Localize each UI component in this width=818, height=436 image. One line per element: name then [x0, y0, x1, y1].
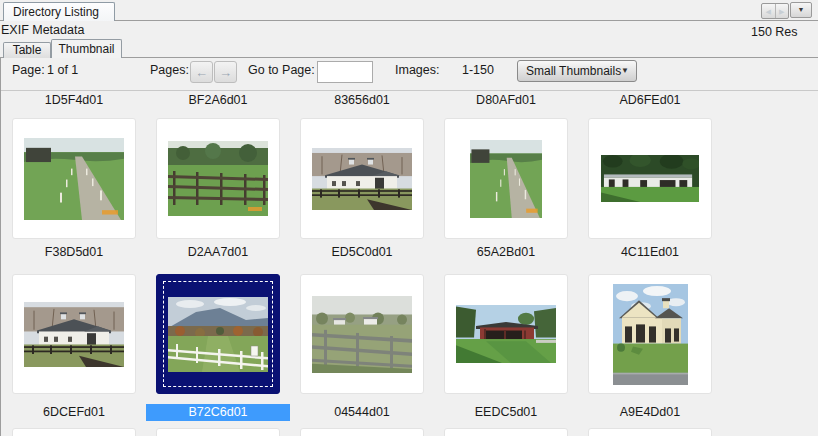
thumbnail-card[interactable] — [12, 428, 136, 436]
toolbar-divider — [1, 90, 818, 91]
chevron-down-icon: ▼ — [621, 61, 629, 81]
images-range: 1-150 — [462, 63, 494, 77]
thumbnail-photo — [613, 284, 688, 385]
tab-thumbnail[interactable]: Thumbnail — [51, 39, 122, 58]
page-label: Page: — [12, 63, 45, 77]
thumbnail-photo — [456, 305, 556, 363]
thumbnail-label[interactable]: ED5C0d01 — [290, 244, 434, 261]
thumbnail-photo — [601, 155, 699, 202]
thumbnail-label[interactable]: D2AA7d01 — [146, 244, 290, 261]
thumbnail-card[interactable] — [12, 274, 136, 394]
thumbnail-photo — [312, 296, 412, 373]
thumbnail-photo — [312, 148, 412, 210]
thumbnail-label[interactable]: 04544d01 — [290, 404, 434, 421]
goto-page-input[interactable] — [317, 61, 373, 83]
images-label: Images: — [395, 63, 439, 77]
tab-scroll-buttons: ◀ ▶ — [761, 3, 789, 19]
tab-directory-listing[interactable]: Directory Listing — [3, 2, 115, 21]
thumbnail-label[interactable]: D80AFd01 — [434, 92, 578, 109]
thumbnail-photo — [24, 302, 124, 367]
tab-scroll-right-button[interactable]: ▶ — [776, 4, 789, 18]
next-page-button[interactable]: → — [214, 61, 237, 83]
thumbnail-card[interactable] — [444, 274, 568, 394]
tab-table[interactable]: Table — [3, 42, 51, 58]
thumbnail-label[interactable]: AD6FEd01 — [578, 92, 722, 109]
tab-strip-divider — [0, 20, 818, 21]
thumbnail-label[interactable]: 83656d01 — [290, 92, 434, 109]
thumbnail-card[interactable] — [588, 118, 712, 239]
thumbnail-card[interactable] — [156, 428, 280, 436]
thumbnail-size-value: Small Thumbnails — [526, 64, 621, 78]
left-arrow-icon: ← — [195, 65, 208, 80]
thumbnail-card-selected[interactable] — [156, 274, 280, 394]
thumbnail-label[interactable]: EEDC5d01 — [434, 404, 578, 421]
thumbnail-card[interactable] — [12, 118, 136, 239]
thumbnail-card[interactable] — [588, 428, 712, 436]
thumbnail-card[interactable] — [588, 274, 712, 394]
page-value: 1 of 1 — [47, 63, 78, 77]
thumbnail-photo — [24, 138, 124, 220]
goto-page-label: Go to Page: — [248, 63, 315, 77]
results-count: 150 Res — [751, 25, 798, 39]
tab-directory-listing-label: Directory Listing — [13, 5, 99, 19]
thumbnail-photo — [470, 140, 542, 218]
thumbnail-label[interactable]: 65A2Bd01 — [434, 244, 578, 261]
right-arrow-icon: → — [219, 65, 232, 80]
thumbnail-size-dropdown[interactable]: Small Thumbnails ▼ — [517, 60, 637, 82]
thumbnail-label[interactable]: A9E4Dd01 — [578, 404, 722, 421]
thumbnail-card[interactable] — [300, 274, 424, 394]
thumbnail-label[interactable]: 6DCEFd01 — [2, 404, 146, 421]
thumbnail-label-selected[interactable]: B72C6d01 — [146, 404, 290, 421]
thumbnail-card[interactable] — [444, 118, 568, 239]
tab-scroll-left-button[interactable]: ◀ — [762, 4, 776, 18]
chevron-down-icon: ▼ — [798, 6, 805, 13]
thumbnail-label[interactable]: F38D5d01 — [2, 244, 146, 261]
thumbnail-card[interactable] — [444, 428, 568, 436]
thumbnail-card[interactable] — [300, 118, 424, 239]
pages-label: Pages: — [150, 63, 189, 77]
thumbnail-card[interactable] — [156, 118, 280, 239]
thumbnail-photo — [168, 297, 268, 372]
thumbnail-photo — [168, 141, 268, 216]
left-arrow-icon: ◀ — [766, 8, 771, 15]
thumbnail-card[interactable] — [300, 428, 424, 436]
thumbnail-label[interactable]: 1D5F4d01 — [2, 92, 146, 109]
tab-list-dropdown-button[interactable]: ▼ — [790, 2, 812, 18]
right-arrow-icon: ▶ — [779, 8, 784, 15]
thumbnail-label[interactable]: 4C11Ed01 — [578, 244, 722, 261]
prev-page-button[interactable]: ← — [190, 61, 213, 83]
app-window: Directory Listing ◀ ▶ ▼ EXIF Metadata 15… — [0, 0, 818, 436]
thumbnail-label[interactable]: BF2A6d01 — [146, 92, 290, 109]
exif-metadata-label: EXIF Metadata — [1, 23, 84, 37]
